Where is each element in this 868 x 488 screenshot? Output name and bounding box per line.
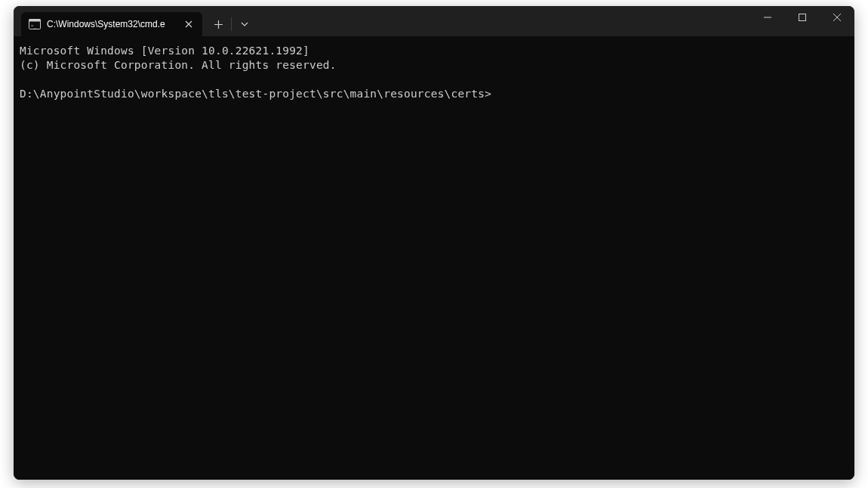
tab-dropdown-button[interactable] xyxy=(233,14,256,35)
titlebar-left: >_ C:\Windows\System32\cmd.e xyxy=(14,6,256,36)
terminal-line: (c) Microsoft Corporation. All rights re… xyxy=(20,59,337,71)
window-controls xyxy=(750,6,854,36)
terminal-line: Microsoft Windows [Version 10.0.22621.19… xyxy=(20,45,309,57)
maximize-button[interactable] xyxy=(785,6,820,29)
minimize-button[interactable] xyxy=(750,6,785,29)
tab-close-button[interactable] xyxy=(183,18,195,30)
terminal-output[interactable]: Microsoft Windows [Version 10.0.22621.19… xyxy=(14,36,854,480)
terminal-window: >_ C:\Windows\System32\cmd.e xyxy=(14,6,854,480)
tab-cmd[interactable]: >_ C:\Windows\System32\cmd.e xyxy=(21,12,202,36)
close-button[interactable] xyxy=(820,6,854,29)
cmd-icon: >_ xyxy=(29,19,41,29)
terminal-prompt: D:\AnypointStudio\workspace\tls\test-pro… xyxy=(20,88,491,100)
svg-rect-1 xyxy=(29,20,41,22)
svg-text:>_: >_ xyxy=(31,23,37,29)
tab-actions xyxy=(202,12,256,36)
new-tab-button[interactable] xyxy=(207,14,229,35)
titlebar: >_ C:\Windows\System32\cmd.e xyxy=(14,6,854,36)
divider xyxy=(231,17,232,31)
tab-title: C:\Windows\System32\cmd.e xyxy=(47,19,177,29)
svg-rect-8 xyxy=(799,14,806,21)
